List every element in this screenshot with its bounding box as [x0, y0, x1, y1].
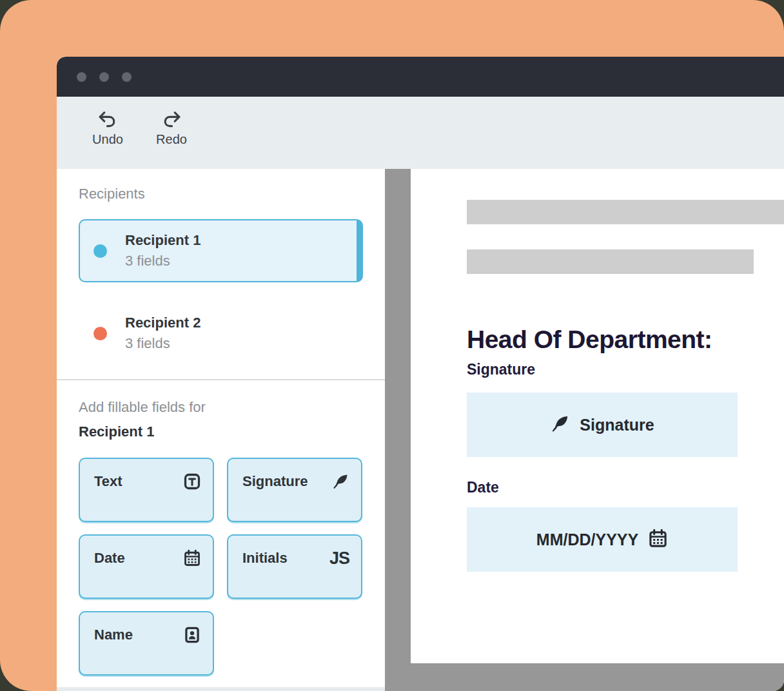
id-card-icon [183, 625, 201, 645]
redo-label: Redo [156, 132, 187, 147]
window-control-dot[interactable] [122, 72, 132, 82]
undo-button[interactable]: Undo [85, 108, 130, 147]
canvas: Undo Redo Recipi [0, 0, 784, 691]
recipient-2-name: Recipient 2 [125, 315, 201, 331]
initials-button-label: Initials [242, 549, 288, 568]
orange-frame: Undo Redo Recipi [0, 0, 784, 691]
add-text-field-button[interactable]: Text [79, 458, 214, 522]
calendar-icon [648, 529, 668, 551]
text-button-label: Text [94, 472, 122, 491]
sidebar-divider [57, 379, 385, 380]
window-control-dot[interactable] [99, 72, 109, 82]
text-placeholder-bar [467, 200, 784, 224]
add-date-field-button[interactable]: Date [79, 534, 214, 599]
add-name-field-button[interactable]: Name [79, 611, 214, 676]
window-titlebar [57, 57, 784, 97]
app-window: Undo Redo Recipi [57, 57, 784, 691]
date-field-placeholder[interactable]: MM/DD/YYYY [467, 507, 738, 572]
signature-field-placeholder[interactable]: Signature [467, 393, 738, 457]
signature-button-label: Signature [242, 472, 308, 491]
document-heading: Head Of Department: [467, 326, 712, 354]
recipient-1-field-count: 3 fields [125, 253, 201, 269]
add-fields-recipient-name: Recipient 1 [79, 423, 154, 440]
signature-field-label: Signature [467, 361, 535, 378]
date-field-label: Date [467, 479, 499, 496]
document-background: Head Of Department: Signature Signature [385, 169, 784, 691]
date-button-label: Date [94, 549, 125, 568]
name-button-label: Name [94, 625, 133, 645]
add-initials-field-button[interactable]: Initials JS [227, 534, 362, 599]
fields-sidebar: Recipients Recipient 1 3 fields Recipien… [57, 169, 385, 691]
recipient-2-color-dot [93, 327, 107, 340]
field-buttons-grid: Text Signature [79, 458, 362, 676]
add-fields-title: Add fillable fields for [79, 399, 206, 416]
editor-toolbar: Undo Redo [57, 97, 784, 169]
main-content: Recipients Recipient 1 3 fields Recipien… [57, 169, 784, 691]
redo-icon [160, 108, 183, 130]
add-signature-field-button[interactable]: Signature [227, 458, 362, 522]
recipient-2-field-count: 3 fields [125, 336, 201, 351]
recipient-1-item[interactable]: Recipient 1 3 fields [79, 219, 363, 282]
feather-icon [550, 414, 570, 436]
undo-label: Undo [92, 132, 123, 147]
signature-placeholder-text: Signature [580, 416, 654, 434]
feather-icon [331, 472, 349, 491]
date-placeholder-text: MM/DD/YYYY [536, 530, 638, 549]
recipient-1-name: Recipient 1 [125, 233, 201, 248]
text-placeholder-bar [467, 249, 754, 274]
document-page: Head Of Department: Signature Signature [411, 169, 784, 663]
recipient-1-color-dot [93, 244, 107, 258]
redo-button[interactable]: Redo [149, 108, 194, 147]
initials-icon: JS [329, 549, 349, 568]
window-control-dot[interactable] [77, 72, 86, 82]
recipients-section-title: Recipients [79, 186, 145, 202]
undo-icon [96, 108, 119, 130]
calendar-icon [183, 549, 201, 568]
recipient-2-item[interactable]: Recipient 2 3 fields [79, 304, 363, 362]
text-field-icon [183, 472, 201, 491]
